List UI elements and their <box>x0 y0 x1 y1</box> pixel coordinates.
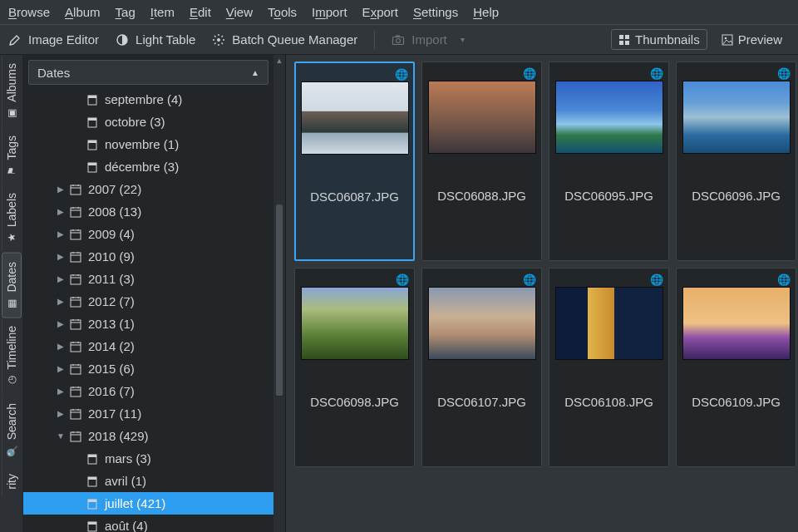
calendar-icon <box>70 363 85 375</box>
svg-rect-19 <box>71 185 81 195</box>
rail-tab-search[interactable]: 🔍Search <box>2 395 21 466</box>
expander-icon[interactable]: ▶ <box>55 274 66 283</box>
expander-icon[interactable]: ▶ <box>55 207 66 216</box>
svg-rect-63 <box>71 432 81 441</box>
tree-row[interactable]: août (4) <box>23 515 273 532</box>
tree-label: 2018 (429) <box>88 429 149 443</box>
thumbnail-cell[interactable]: 🌐DSC06087.JPG <box>294 62 415 261</box>
tree-label: 2014 (2) <box>88 339 135 353</box>
thumbnail-filename: DSC06095.JPG <box>564 189 653 203</box>
svg-rect-4 <box>396 35 400 37</box>
scroll-up-icon[interactable]: ▲ <box>273 55 285 65</box>
menu-edit[interactable]: Edit <box>190 5 211 19</box>
thumbnails-label: Thumbnails <box>635 32 700 47</box>
globe-icon: 🌐 <box>777 273 791 286</box>
batch-queue-button[interactable]: Batch Queue Manager <box>212 32 357 47</box>
thumbnail-cell[interactable]: 🌐DSC06098.JPG <box>294 268 415 467</box>
sort-arrow-icon: ▲ <box>251 68 259 77</box>
tree-row[interactable]: ▶2008 (13) <box>23 200 273 223</box>
sidebar-scrollbar[interactable]: ▲ <box>273 55 285 532</box>
thumbnail-cell[interactable]: 🌐DSC06095.JPG <box>549 62 669 261</box>
tree-row[interactable]: novembre (1) <box>23 133 273 155</box>
thumbnail-filename: DSC06096.JPG <box>692 189 781 203</box>
expander-icon[interactable]: ▶ <box>55 185 66 194</box>
thumbnail-cell[interactable]: 🌐DSC06088.JPG <box>421 62 542 261</box>
thumbnail-cell[interactable]: 🌐DSC06108.JPG <box>549 268 669 467</box>
tree-row[interactable]: ▶2011 (3) <box>23 268 273 290</box>
tree-row[interactable]: ▶2014 (2) <box>23 335 273 357</box>
rail-tab-similarity[interactable]: rity <box>2 466 21 498</box>
expander-icon[interactable]: ▶ <box>55 409 66 418</box>
import-button[interactable]: Import ▾ <box>392 32 465 47</box>
clock-icon: ◷ <box>6 375 17 387</box>
preview-toggle[interactable]: Preview <box>714 29 790 50</box>
menu-help[interactable]: Help <box>473 5 499 19</box>
tree-row[interactable]: ▶2010 (9) <box>23 245 273 268</box>
expander-icon[interactable]: ▶ <box>55 297 66 306</box>
image-editor-button[interactable]: Image Editor <box>8 32 99 47</box>
rail-tab-dates[interactable]: ▦Dates <box>2 253 22 318</box>
thumbnail-filename: DSC06088.JPG <box>437 189 526 203</box>
thumbnails-toggle[interactable]: Thumbnails <box>611 29 707 50</box>
tree-row[interactable]: ▶2017 (11) <box>23 402 273 425</box>
expander-icon[interactable]: ▶ <box>55 387 66 396</box>
menu-item[interactable]: Item <box>150 5 175 19</box>
thumbnail-cell[interactable]: 🌐DSC06109.JPG <box>676 268 796 467</box>
thumbnail-cell[interactable]: 🌐DSC06096.JPG <box>676 62 796 261</box>
tree-label: 2009 (4) <box>88 227 135 241</box>
menu-export[interactable]: Export <box>362 5 398 19</box>
svg-rect-27 <box>71 230 81 239</box>
tree-row[interactable]: mars (3) <box>23 447 273 470</box>
tree-row[interactable]: ▶2007 (22) <box>23 178 273 200</box>
expander-icon[interactable]: ▶ <box>55 342 66 351</box>
expander-icon[interactable]: ▶ <box>55 364 66 373</box>
menu-import[interactable]: Import <box>312 5 347 19</box>
tree-row[interactable]: ▼2018 (429) <box>23 425 273 447</box>
calendar-page-icon <box>86 520 101 532</box>
thumbnail-image <box>301 81 409 155</box>
expander-icon[interactable]: ▼ <box>55 431 66 441</box>
sidebar-scroll-thumb[interactable] <box>276 204 283 396</box>
expander-icon[interactable]: ▶ <box>55 252 66 261</box>
calendar-page-icon <box>86 475 101 487</box>
tree-row[interactable]: octobre (3) <box>23 111 273 133</box>
toolbar: Image Editor Light Table Batch Queue Man… <box>0 25 798 55</box>
thumbnail-cell[interactable]: 🌐DSC06107.JPG <box>421 268 542 467</box>
thumbnail-filename: DSC06087.JPG <box>310 190 399 204</box>
dates-tree[interactable]: septembre (4)octobre (3)novembre (1)déce… <box>23 86 273 532</box>
rail-tab-timeline[interactable]: ◷Timeline <box>2 318 21 394</box>
tree-row[interactable]: ▶2012 (7) <box>23 290 273 313</box>
sidebar-header[interactable]: Dates ▲ <box>28 60 268 85</box>
light-table-button[interactable]: Light Table <box>116 32 195 47</box>
tree-row[interactable]: ▶2009 (4) <box>23 223 273 245</box>
rail-tab-albums[interactable]: ▣Albums <box>2 55 21 127</box>
svg-rect-14 <box>88 118 96 121</box>
calendar-page-icon <box>86 498 101 510</box>
dates-sidebar: Dates ▲ septembre (4)octobre (3)novembre… <box>23 55 286 532</box>
tree-row[interactable]: septembre (4) <box>23 88 273 111</box>
thumbnail-image <box>428 81 536 154</box>
rail-tab-tags[interactable]: ⚑Tags <box>2 127 21 185</box>
tree-label: juillet (421) <box>105 496 165 510</box>
rail-tab-labels[interactable]: ★Labels <box>2 185 21 252</box>
tree-row[interactable]: ▶2016 (7) <box>23 380 273 402</box>
calendar-icon <box>70 318 85 330</box>
star-icon: ★ <box>6 233 17 244</box>
tree-row[interactable]: ▶2015 (6) <box>23 357 273 380</box>
expander-icon[interactable]: ▶ <box>55 229 66 239</box>
tree-row[interactable]: avril (1) <box>23 470 273 492</box>
menu-tools[interactable]: Tools <box>268 5 297 19</box>
menu-settings[interactable]: Settings <box>413 5 458 19</box>
expander-icon[interactable]: ▶ <box>55 319 66 328</box>
globe-icon: 🌐 <box>395 68 408 81</box>
menu-album[interactable]: Album <box>65 5 101 19</box>
svg-rect-8 <box>625 41 629 45</box>
dropdown-arrow-icon: ▾ <box>461 35 465 44</box>
menu-view[interactable]: View <box>226 5 253 19</box>
tree-row[interactable]: ▶2013 (1) <box>23 313 273 335</box>
menu-tag[interactable]: Tag <box>116 5 135 19</box>
tree-row[interactable]: juillet (421) <box>23 492 273 515</box>
thumbnail-grid[interactable]: DSC06016.JPGDSC06030.JPGDSC06043.JPGDSC0… <box>286 55 798 532</box>
tree-row[interactable]: décembre (3) <box>23 155 273 178</box>
menu-browse[interactable]: Browse <box>8 5 50 19</box>
